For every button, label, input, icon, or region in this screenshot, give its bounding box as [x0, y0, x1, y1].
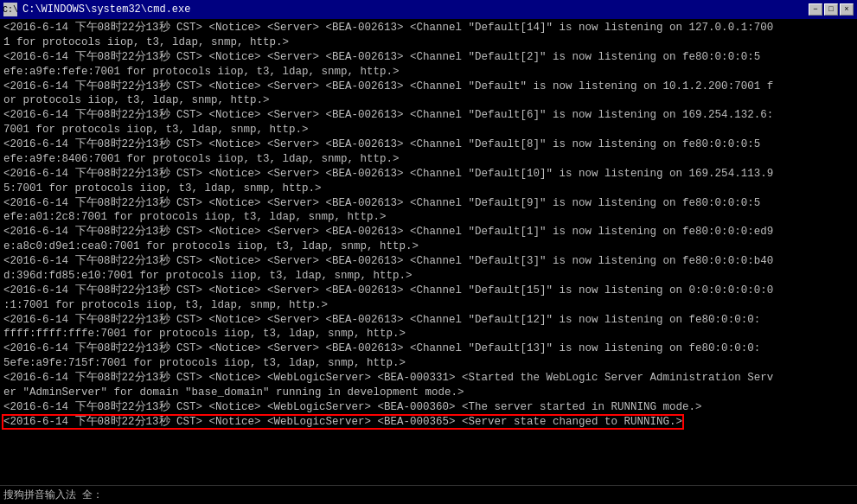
console-line: <2016-6-14 下午08时22分13秒 CST> <Notice> <Se… — [3, 108, 854, 123]
status-text: 搜狗拼音输入法 全： — [3, 488, 103, 502]
console-line: <2016-6-14 下午08时22分13秒 CST> <Notice> <We… — [3, 400, 854, 415]
console-line: <2016-6-14 下午08时22分13秒 CST> <Notice> <Se… — [3, 284, 854, 298]
console-output: <2016-6-14 下午08时22分13秒 CST> <Notice> <Se… — [0, 19, 857, 485]
title-bar-controls: − □ × — [809, 3, 854, 16]
close-button[interactable]: × — [840, 3, 854, 16]
console-line: efe:a9fe:fefe:7001 for protocols iiop, t… — [3, 65, 854, 80]
cmd-window: C:\ C:\WINDOWS\system32\cmd.exe − □ × <2… — [0, 0, 857, 504]
console-line: <2016-6-14 下午08时22分13秒 CST> <Notice> <Se… — [3, 167, 854, 182]
console-line: 5efe:a9fe:715f:7001 for protocols iiop, … — [3, 356, 854, 371]
console-line: er "AdminServer" for domain "base_domain… — [3, 386, 854, 400]
status-bar: 搜狗拼音输入法 全： — [0, 485, 857, 504]
console-line-highlighted: <2016-6-14 下午08时22分13秒 CST> <Notice> <We… — [3, 415, 854, 430]
console-line: <2016-6-14 下午08时22分13秒 CST> <Notice> <Se… — [3, 137, 854, 152]
server-state-running-text: <2016-6-14 下午08时22分13秒 CST> <Notice> <We… — [3, 416, 682, 428]
console-line: efe:a9fe:8406:7001 for protocols iiop, t… — [3, 152, 854, 167]
console-line: <2016-6-14 下午08时22分13秒 CST> <Notice> <Se… — [3, 50, 854, 65]
window-title: C:\WINDOWS\system32\cmd.exe — [22, 3, 190, 16]
console-line: 7001 for protocols iiop, t3, ldap, snmp,… — [3, 123, 854, 137]
console-line: e:a8c0:d9e1:cea0:7001 for protocols iiop… — [3, 239, 854, 254]
console-line: efe:a01:2c8:7001 for protocols iiop, t3,… — [3, 210, 854, 225]
console-line: <2016-6-14 下午08时22分13秒 CST> <Notice> <Se… — [3, 254, 854, 269]
cmd-icon: C:\ — [3, 3, 17, 16]
console-line: <2016-6-14 下午08时22分13秒 CST> <Notice> <Se… — [3, 21, 854, 35]
console-line: <2016-6-14 下午08时22分13秒 CST> <Notice> <We… — [3, 371, 854, 386]
maximize-button[interactable]: □ — [824, 3, 838, 16]
title-bar-left: C:\ C:\WINDOWS\system32\cmd.exe — [3, 3, 190, 16]
console-line: :1:7001 for protocols iiop, t3, ldap, sn… — [3, 298, 854, 313]
console-line: d:396d:fd85:e10:7001 for protocols iiop,… — [3, 269, 854, 284]
title-bar: C:\ C:\WINDOWS\system32\cmd.exe − □ × — [0, 0, 857, 19]
console-line: 1 for protocols iiop, t3, ldap, snmp, ht… — [3, 35, 854, 50]
minimize-button[interactable]: − — [809, 3, 822, 16]
console-line: <2016-6-14 下午08时22分13秒 CST> <Notice> <Se… — [3, 80, 854, 94]
console-line: 5:7001 for protocols iiop, t3, ldap, snm… — [3, 182, 854, 196]
console-line: ffff:ffff:fffe:7001 for protocols iiop, … — [3, 327, 854, 341]
console-line: <2016-6-14 下午08时22分13秒 CST> <Notice> <Se… — [3, 341, 854, 356]
console-line: <2016-6-14 下午08时22分13秒 CST> <Notice> <Se… — [3, 225, 854, 239]
console-line: or protocols iiop, t3, ldap, snmp, http.… — [3, 93, 854, 108]
console-line: <2016-6-14 下午08时22分13秒 CST> <Notice> <Se… — [3, 313, 854, 328]
console-line: <2016-6-14 下午08时22分13秒 CST> <Notice> <Se… — [3, 196, 854, 211]
